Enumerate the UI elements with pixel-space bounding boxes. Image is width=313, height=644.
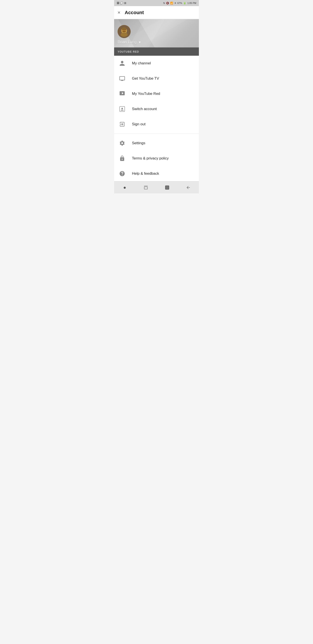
notification-icon: 💬 <box>120 2 123 4</box>
svg-rect-9 <box>165 186 169 189</box>
avatar-image <box>118 25 131 38</box>
battery-percent: 67% <box>177 2 182 4</box>
lock-icon <box>118 155 126 162</box>
menu-item-switch-account[interactable]: Switch account <box>114 102 199 116</box>
bottom-nav: ● <box>114 181 199 194</box>
menu-item-terms[interactable]: Terms & privacy policy <box>114 151 199 166</box>
my-channel-label: My channel <box>132 61 151 66</box>
clock: 1:05 PM <box>187 2 196 4</box>
play-icon <box>118 90 126 98</box>
close-button[interactable]: × <box>118 10 120 16</box>
settings-label: Settings <box>132 141 145 145</box>
yt-red-label: YOUTUBE RED <box>118 50 139 53</box>
nfc-icon: N <box>163 2 165 4</box>
menu-item-my-channel[interactable]: My channel <box>114 56 199 71</box>
switch-account-label: Switch account <box>132 107 157 111</box>
menu-divider <box>114 134 199 134</box>
app-bar: × Account <box>114 6 199 19</box>
my-youtube-red-label: My YouTube Red <box>132 92 160 96</box>
settings-icon <box>118 140 126 147</box>
terms-label: Terms & privacy policy <box>132 156 169 160</box>
get-youtube-tv-label: Get YouTube TV <box>132 76 159 81</box>
page-title: Account <box>125 10 144 16</box>
airplane-icon: ✈ <box>174 2 176 4</box>
switch-account-icon <box>118 105 126 113</box>
menu-item-help[interactable]: Help & feedback <box>114 166 199 181</box>
home-button[interactable]: ● <box>118 183 131 192</box>
back-button[interactable] <box>182 183 195 192</box>
menu-item-my-youtube-red[interactable]: My YouTube Red <box>114 86 199 102</box>
status-bar: 🖼 💬 ⊞ N 🔇 📶 ✈ 67% 🔋 1:05 PM <box>114 0 199 6</box>
user-name: Brian Lang <box>118 40 136 44</box>
menu-item-settings[interactable]: Settings <box>114 136 199 151</box>
user-name-row[interactable]: Brian Lang ▼ <box>118 40 195 44</box>
svg-rect-6 <box>122 31 126 32</box>
svg-point-3 <box>121 32 128 37</box>
avatar[interactable] <box>118 25 131 38</box>
yt-red-bar: YOUTUBE RED <box>114 48 199 56</box>
menu-list: My channel Get YouTube TV My YouTube Red… <box>114 56 199 181</box>
tv-icon <box>118 75 126 82</box>
sign-out-label: Sign out <box>132 122 145 126</box>
user-info-row <box>118 25 195 38</box>
status-right-icons: N 🔇 📶 ✈ 67% 🔋 1:05 PM <box>163 2 196 4</box>
help-label: Help & feedback <box>132 172 159 176</box>
battery-icon: 🔋 <box>183 2 186 4</box>
user-banner: Brian Lang ▼ <box>114 19 199 48</box>
wifi-icon: 📶 <box>170 2 173 4</box>
home-dot-icon: ● <box>123 185 126 190</box>
overview-button[interactable] <box>161 183 174 192</box>
menu-item-sign-out[interactable]: Sign out <box>114 116 199 132</box>
help-icon <box>118 170 126 177</box>
sign-out-icon <box>118 120 126 128</box>
menu-item-get-youtube-tv[interactable]: Get YouTube TV <box>114 71 199 86</box>
photo-icon: 🖼 <box>117 2 119 4</box>
mute-icon: 🔇 <box>166 2 169 4</box>
recent-apps-button[interactable] <box>139 183 152 192</box>
svg-point-7 <box>122 28 126 30</box>
sim-icon: ⊞ <box>124 2 126 4</box>
chevron-down-icon[interactable]: ▼ <box>138 40 141 44</box>
person-icon <box>118 60 126 67</box>
status-left-icons: 🖼 💬 ⊞ <box>117 2 126 4</box>
